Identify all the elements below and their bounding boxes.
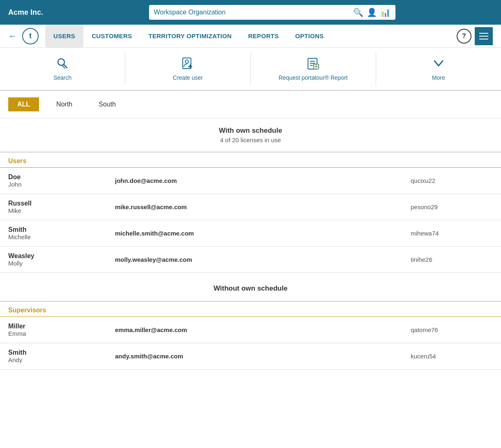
top-header: Acme Inc. 🔍 👤 📊 (0, 0, 501, 25)
search-icon (56, 57, 69, 72)
with-schedule-title: With own schedule (8, 127, 493, 135)
search-input[interactable] (154, 9, 350, 16)
users-list: Doe John john.doe@acme.com qucixu22 Russ… (0, 168, 501, 273)
help-button[interactable]: ? (457, 29, 471, 44)
report-icon (307, 57, 320, 72)
supervisor-row[interactable]: Miller Emma emma.miller@acme.com qatome7… (0, 317, 501, 343)
supervisor-username: qatome76 (411, 326, 493, 333)
users-group-heading: Users (0, 152, 501, 168)
supervisor-firstname: Andy (8, 356, 115, 363)
toolbar-request-report[interactable]: Request portatour® Report (251, 52, 376, 86)
create-user-icon (181, 57, 194, 72)
supervisor-row[interactable]: Smith Andy andy.smith@acme.com kuceru54 (0, 343, 501, 369)
user-email: michelle.smith@acme.com (115, 230, 411, 237)
user-username: qucixu22 (411, 177, 493, 184)
logo: t (22, 28, 39, 44)
without-schedule-title: Without own schedule (8, 284, 493, 293)
toolbar-report-label: Request portatour® Report (278, 74, 347, 81)
supervisor-email: emma.miller@acme.com (115, 326, 411, 333)
user-lastname: Weasley (8, 252, 115, 260)
filter-tab-north[interactable]: North (47, 97, 81, 111)
with-schedule-subtitle: 4 of 20 licenses in use (8, 136, 493, 143)
back-button[interactable]: ← (8, 31, 17, 42)
user-firstname: Mike (8, 207, 115, 214)
supervisor-email: andy.smith@acme.com (115, 353, 411, 360)
toolbar-more-label: More (432, 74, 445, 81)
user-firstname: Molly (8, 260, 115, 267)
user-name-col: Russell Mike (8, 200, 115, 214)
user-name-col: Smith Michelle (8, 226, 115, 240)
user-row[interactable]: Russell Mike mike.russell@acme.com peson… (0, 194, 501, 220)
supervisor-name-col: Miller Emma (8, 323, 115, 337)
user-lastname: Doe (8, 173, 115, 181)
toolbar-more[interactable]: More (376, 52, 501, 86)
user-username: pesono29 (411, 203, 493, 210)
supervisors-group-heading: Supervisors (0, 302, 501, 317)
search-bar: 🔍 👤 📊 (149, 5, 395, 20)
chart-icon[interactable]: 📊 (380, 7, 391, 17)
toolbar-create-user[interactable]: Create user (125, 52, 250, 86)
user-lastname: Smith (8, 226, 115, 233)
nav-right: ? (457, 27, 493, 45)
user-lastname: Russell (8, 200, 115, 207)
nav-item-options[interactable]: OPTIONS (287, 25, 332, 47)
toolbar-search[interactable]: Search (0, 52, 125, 86)
chevron-down-icon (432, 57, 445, 72)
user-icon[interactable]: 👤 (367, 7, 377, 17)
supervisors-list: Miller Emma emma.miller@acme.com qatome7… (0, 317, 501, 369)
filter-tabs: ALL North South (0, 91, 501, 118)
user-firstname: John (8, 181, 115, 188)
nav-item-territory[interactable]: TERRITORY OPTIMIZATION (140, 25, 240, 47)
with-schedule-section: With own schedule 4 of 20 licenses in us… (0, 118, 501, 152)
supervisor-lastname: Smith (8, 349, 115, 356)
nav-bar: ← t USERS CUSTOMERS TERRITORY OPTIMIZATI… (0, 25, 501, 48)
toolbar: Search Create user (0, 48, 501, 91)
user-row[interactable]: Weasley Molly molly.weasley@acme.com tin… (0, 247, 501, 273)
user-firstname: Michelle (8, 233, 115, 240)
user-row[interactable]: Smith Michelle michelle.smith@acme.com m… (0, 220, 501, 247)
user-username: mihewa74 (411, 230, 493, 237)
search-icon[interactable]: 🔍 (353, 7, 363, 17)
user-email: john.doe@acme.com (115, 177, 411, 184)
user-row[interactable]: Doe John john.doe@acme.com qucixu22 (0, 168, 501, 194)
filter-tab-south[interactable]: South (90, 97, 125, 111)
user-name-col: Doe John (8, 173, 115, 188)
supervisor-name-col: Smith Andy (8, 349, 115, 363)
user-email: molly.weasley@acme.com (115, 256, 411, 263)
user-name-col: Weasley Molly (8, 252, 115, 267)
user-username: tinihe26 (411, 256, 493, 263)
user-email: mike.russell@acme.com (115, 203, 411, 210)
nav-item-users[interactable]: USERS (45, 25, 83, 47)
nav-items: USERS CUSTOMERS TERRITORY OPTIMIZATION R… (45, 25, 457, 47)
supervisor-lastname: Miller (8, 323, 115, 330)
filter-tab-all[interactable]: ALL (8, 97, 39, 111)
supervisor-username: kuceru54 (411, 353, 493, 360)
nav-item-reports[interactable]: REPORTS (240, 25, 287, 47)
svg-point-4 (185, 60, 188, 63)
hamburger-menu[interactable] (475, 27, 493, 45)
toolbar-create-user-label: Create user (173, 74, 203, 81)
svg-line-2 (62, 66, 65, 68)
supervisor-firstname: Emma (8, 330, 115, 337)
company-name: Acme Inc. (8, 8, 43, 17)
nav-item-customers[interactable]: CUSTOMERS (83, 25, 140, 47)
toolbar-search-label: Search (53, 74, 71, 81)
without-schedule-section: Without own schedule (0, 276, 501, 302)
